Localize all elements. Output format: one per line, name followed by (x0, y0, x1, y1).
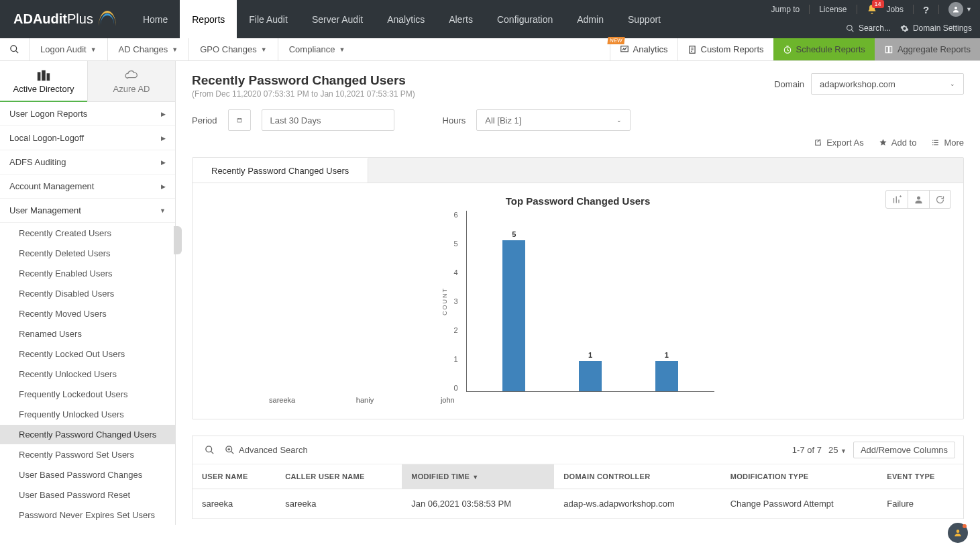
sidebar-item[interactable]: User Based Password Changes (0, 464, 175, 485)
chevron-down-icon: ⌄ (616, 117, 622, 123)
chart-bar[interactable]: 1 (642, 351, 692, 391)
dd-gpo-changes[interactable]: GPO Changes▼ (189, 38, 278, 60)
nav-file-audit[interactable]: File Audit (237, 0, 300, 38)
period-calendar-button[interactable] (228, 109, 251, 131)
sidebar-collapse-handle[interactable] (174, 226, 182, 254)
nav-analytics[interactable]: Analytics (375, 0, 437, 38)
sidebar-category[interactable]: User Management▼ (0, 199, 175, 223)
schedule-reports-button[interactable]: Schedule Reports (773, 38, 875, 60)
sidebar-item[interactable]: Renamed Users (0, 323, 175, 344)
sidebar-category[interactable]: ADFS Auditing▶ (0, 150, 175, 174)
add-to-button[interactable]: Add to (879, 138, 917, 148)
hours-select[interactable]: All [Biz 1] ⌄ (476, 109, 631, 131)
chart-plot: 511 (466, 211, 714, 392)
list-icon (931, 138, 940, 147)
nav-alerts[interactable]: Alerts (437, 0, 485, 38)
table-header[interactable]: CALLER USER NAME (276, 464, 402, 489)
quick-search-icon[interactable] (0, 38, 30, 60)
chart-refresh-icon[interactable] (929, 191, 950, 208)
table-header[interactable]: EVENT TYPE (877, 464, 963, 489)
nav-support[interactable]: Support (616, 0, 673, 38)
sidebar-item[interactable]: User Based Password Reset (0, 485, 175, 505)
custom-reports-button[interactable]: Custom Reports (677, 38, 773, 60)
sidebar-item[interactable]: Password Never Expires Set Users (0, 505, 175, 525)
tab-active-directory[interactable]: Active Directory (0, 61, 87, 102)
sidebar-category[interactable]: User Logon Reports▶ (0, 102, 175, 126)
sidebar-item[interactable]: Frequently Lockedout Users (0, 384, 175, 404)
user-avatar-icon (948, 2, 963, 17)
new-badge: NEW (607, 37, 624, 44)
sidebar-item[interactable]: Recently Disabled Users (0, 283, 175, 303)
global-search[interactable]: Search... (846, 23, 891, 33)
chart-user-icon[interactable] (908, 191, 929, 208)
sidebar-item[interactable]: Recently Created Users (0, 223, 175, 243)
svg-rect-11 (237, 119, 241, 122)
sub-nav: Logon Audit▼ AD Changes▼ GPO Changes▼ Co… (0, 38, 980, 61)
jobs-link[interactable]: Jobs (887, 5, 904, 14)
jump-to-link[interactable]: Jump to (771, 5, 800, 14)
report-panel: Recently Password Changed Users Top Pass… (192, 157, 964, 419)
tab-azure-ad[interactable]: Azure AD (87, 61, 175, 102)
table-header[interactable]: MODIFIED TIME▼ (402, 464, 554, 489)
gear-icon (900, 24, 909, 33)
license-link[interactable]: License (819, 5, 847, 14)
sidebar-item[interactable]: Recently Locked Out Users (0, 344, 175, 364)
nav-home[interactable]: Home (131, 0, 180, 38)
page-title: Recently Password Changed Users (192, 73, 415, 88)
sidebar-item[interactable]: Recently Deleted Users (0, 243, 175, 263)
help-link[interactable]: ? (923, 4, 929, 15)
source-tabs: Active Directory Azure AD (0, 61, 175, 102)
sidebar-category[interactable]: Account Management▶ (0, 174, 175, 199)
chart-bar[interactable]: 5 (489, 230, 539, 391)
period-select[interactable]: Last 30 Days (262, 109, 394, 131)
aggregate-reports-button[interactable]: Aggregate Reports (875, 38, 980, 60)
advanced-search-button[interactable]: Advanced Search (225, 445, 308, 455)
notifications-bell-icon[interactable]: 14 (867, 4, 877, 15)
report-toolbar: Export As Add to More (192, 138, 964, 148)
chart-add-icon[interactable] (886, 191, 908, 208)
svg-rect-8 (38, 72, 41, 81)
calendar-icon (237, 115, 242, 125)
chart-bar[interactable]: 1 (565, 351, 615, 391)
period-label: Period (192, 115, 217, 125)
table-row[interactable]: sareekasareekaJan 06,2021 03:58:53 PMada… (193, 489, 963, 519)
sidebar-item[interactable]: Recently Password Set Users (0, 444, 175, 464)
sidebar-item[interactable]: Recently Unlocked Users (0, 364, 175, 384)
panel-tab[interactable]: Recently Password Changed Users (193, 158, 368, 183)
nav-configuration[interactable]: Configuration (485, 0, 565, 38)
sidebar-category[interactable]: Local Logon-Logoff▶ (0, 126, 175, 150)
nav-admin[interactable]: Admin (565, 0, 616, 38)
dd-logon-audit[interactable]: Logon Audit▼ (30, 38, 108, 60)
sidebar-item[interactable]: Recently Enabled Users (0, 263, 175, 283)
search-icon (846, 24, 855, 33)
sidebar-item[interactable]: Frequently Unlocked Users (0, 404, 175, 424)
dd-ad-changes[interactable]: AD Changes▼ (108, 38, 190, 60)
nav-server-audit[interactable]: Server Audit (300, 0, 375, 38)
aggregate-icon (884, 45, 893, 54)
report-icon (688, 45, 697, 54)
domain-settings[interactable]: Domain Settings (900, 23, 972, 33)
svg-rect-6 (885, 46, 888, 52)
rows-per-page[interactable]: 25 ▼ (828, 445, 847, 455)
brand-suffix: Plus (67, 11, 93, 27)
row-count: 1-7 of 7 (792, 445, 822, 455)
nav-reports[interactable]: Reports (180, 0, 237, 38)
analytics-button[interactable]: NEW Analytics (610, 38, 677, 60)
sidebar-item[interactable]: Recently Password Changed Users (0, 424, 175, 444)
table-header[interactable]: MODIFICATION TYPE (721, 464, 878, 489)
sidebar-item[interactable]: Recently Moved Users (0, 303, 175, 323)
chart-yaxis: 6543210 (453, 211, 461, 392)
search-plus-icon (225, 445, 235, 455)
table-header[interactable]: USER NAME (193, 464, 276, 489)
svg-point-0 (955, 7, 957, 9)
user-menu[interactable]: ▼ (948, 2, 972, 17)
table-header[interactable]: DOMAIN CONTROLLER (554, 464, 720, 489)
sidebar: Active Directory Azure AD User Logon Rep… (0, 61, 176, 525)
table-search-icon[interactable] (201, 442, 218, 458)
add-remove-columns-button[interactable]: Add/Remove Columns (853, 442, 955, 458)
hours-label: Hours (443, 115, 466, 125)
export-as-button[interactable]: Export As (814, 138, 864, 148)
more-button[interactable]: More (931, 138, 964, 148)
dd-compliance[interactable]: Compliance▼ (278, 38, 356, 60)
domain-select[interactable]: adapworkshop.com ⌄ (811, 73, 964, 95)
